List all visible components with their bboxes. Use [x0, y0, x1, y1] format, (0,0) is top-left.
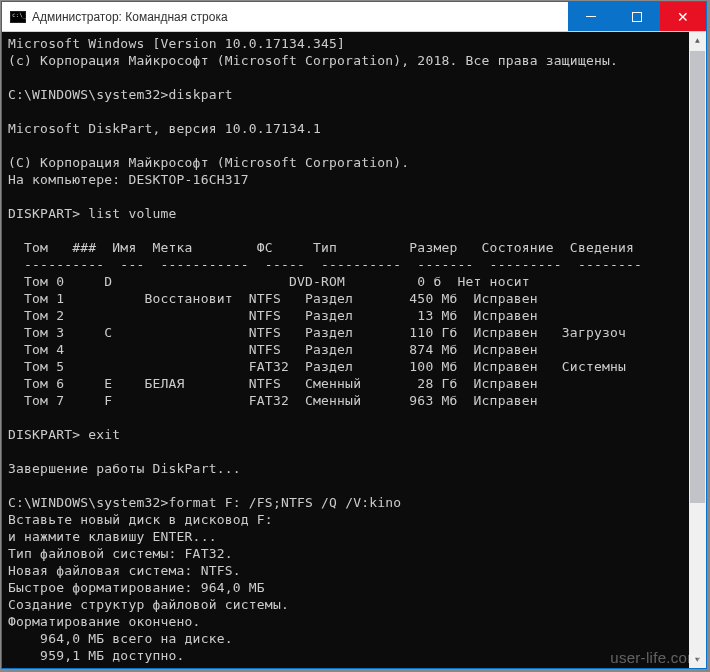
- table-header: Том ### Имя Метка ФС Тип Размер Состояни…: [8, 240, 634, 255]
- table-row: Том 0 D DVD-ROM 0 б Нет носит: [8, 274, 530, 289]
- format-line: Новая файловая система: NTFS.: [8, 563, 241, 578]
- prompt-path: C:\WINDOWS\system32>: [8, 87, 169, 102]
- table-row: Том 4 NTFS Раздел 874 Мб Исправен: [8, 342, 538, 357]
- format-line: Форматирование окончено.: [8, 614, 201, 629]
- table-row: Том 1 Восстановит NTFS Раздел 450 Мб Исп…: [8, 291, 538, 306]
- window-controls: ✕: [568, 2, 706, 31]
- table-row: Том 7 F FAT32 Сменный 963 Мб Исправен: [8, 393, 538, 408]
- cmd-icon: [10, 11, 26, 23]
- cmd-format: format F: /FS;NTFS /Q /V:kino: [169, 495, 402, 510]
- scroll-down-button[interactable]: ▼: [689, 651, 706, 668]
- cmd-diskpart: diskpart: [169, 87, 233, 102]
- scroll-thumb[interactable]: [690, 51, 705, 503]
- scroll-track[interactable]: [689, 49, 706, 651]
- scroll-up-button[interactable]: ▲: [689, 32, 706, 49]
- table-separator: ---------- --- ----------- ----- -------…: [8, 257, 642, 272]
- diskpart-version: Microsoft DiskPart, версия 10.0.17134.1: [8, 121, 321, 136]
- diskpart-computer: На компьютере: DESKTOP-16CH317: [8, 172, 249, 187]
- diskpart-prompt: DISKPART>: [8, 206, 80, 221]
- minimize-button[interactable]: [568, 2, 614, 31]
- table-row: Том 6 E БЕЛАЯ NTFS Сменный 28 Гб Исправе…: [8, 376, 538, 391]
- format-line: Тип файловой системы: FAT32.: [8, 546, 233, 561]
- arrow-up-icon: ▲: [695, 36, 700, 45]
- table-row: Том 5 FAT32 Раздел 100 Мб Исправен Систе…: [8, 359, 626, 374]
- os-version: Microsoft Windows [Version 10.0.17134.34…: [8, 36, 345, 51]
- format-line: и нажмите клавишу ENTER...: [8, 529, 217, 544]
- command-prompt-window: Администратор: Командная строка ✕ Micros…: [1, 1, 707, 669]
- format-line: Быстрое форматирование: 964,0 МБ: [8, 580, 265, 595]
- copyright: (c) Корпорация Майкрософт (Microsoft Cor…: [8, 53, 618, 68]
- format-line: 959,1 МБ доступно.: [8, 648, 185, 663]
- table-row: Том 2 NTFS Раздел 13 Мб Исправен: [8, 308, 538, 323]
- client-area: Microsoft Windows [Version 10.0.17134.34…: [2, 32, 706, 668]
- diskpart-prompt: DISKPART>: [8, 427, 80, 442]
- maximize-button[interactable]: [614, 2, 660, 31]
- vertical-scrollbar[interactable]: ▲ ▼: [689, 32, 706, 668]
- format-line: 964,0 МБ всего на диске.: [8, 631, 233, 646]
- window-title: Администратор: Командная строка: [32, 10, 568, 24]
- cmd-exit: exit: [88, 427, 120, 442]
- arrow-down-icon: ▼: [695, 655, 700, 664]
- terminal-output[interactable]: Microsoft Windows [Version 10.0.17134.34…: [2, 32, 689, 668]
- prompt-path: C:\WINDOWS\system32>: [8, 495, 169, 510]
- maximize-icon: [632, 12, 642, 22]
- diskpart-copyright: (C) Корпорация Майкрософт (Microsoft Cor…: [8, 155, 409, 170]
- close-button[interactable]: ✕: [660, 2, 706, 31]
- cmd-list-volume: list volume: [88, 206, 176, 221]
- format-line: Создание структур файловой системы.: [8, 597, 289, 612]
- close-icon: ✕: [677, 10, 689, 24]
- titlebar[interactable]: Администратор: Командная строка ✕: [2, 2, 706, 32]
- table-row: Том 3 C NTFS Раздел 110 Гб Исправен Загр…: [8, 325, 626, 340]
- minimize-icon: [586, 16, 596, 17]
- diskpart-exit-msg: Завершение работы DiskPart...: [8, 461, 241, 476]
- format-line: Вставьте новый диск в дисковод F:: [8, 512, 273, 527]
